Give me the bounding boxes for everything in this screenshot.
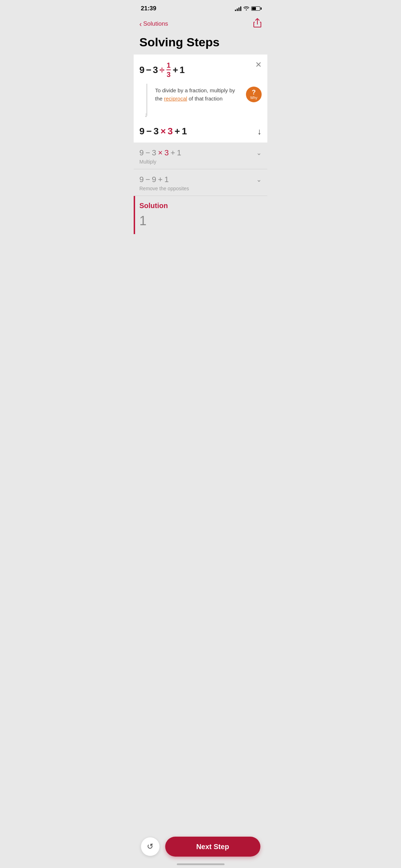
sm-9: 9 <box>139 148 144 157</box>
nav-bar: ‹ Solutions <box>134 15 267 34</box>
expr-plus: + <box>173 64 178 76</box>
share-button[interactable] <box>253 18 262 30</box>
sm-plus: + <box>170 148 175 157</box>
steps-list: 9 − 3 × 3 + 1 ⌄ Multiply 9 − 9 + 1 ⌄ Rem… <box>134 143 267 277</box>
back-chevron-icon: ‹ <box>139 20 142 28</box>
result-row: 9 − 3 × 3 + 1 ↓ <box>139 123 262 137</box>
step-chevron-opposites: ⌄ <box>256 176 262 184</box>
expr-9: 9 <box>139 64 144 76</box>
fraction-numerator: 1 <box>166 62 170 69</box>
sm-minus: − <box>145 148 150 157</box>
close-button[interactable]: ✕ <box>255 60 262 69</box>
why-question-icon: ? <box>252 89 256 95</box>
why-label: Why <box>250 96 257 100</box>
step-item-opposites[interactable]: 9 − 9 + 1 ⌄ Remove the opposites <box>134 169 267 196</box>
expand-result-button[interactable]: ↓ <box>257 126 262 136</box>
so-minus: − <box>145 175 150 184</box>
res-3: 3 <box>154 126 159 137</box>
sm-times: × <box>158 148 163 157</box>
step-header-opposites: 9 − 9 + 1 ⌄ <box>139 175 262 184</box>
res-3-red: 3 <box>168 126 173 137</box>
step-chevron-multiply: ⌄ <box>256 149 262 157</box>
so-plus: + <box>158 175 163 184</box>
arrow-down-icon: ↓ <box>144 111 148 119</box>
bottom-spacer <box>134 234 267 277</box>
step-explanation: ↓ To divide by a fraction, multiply by t… <box>139 84 262 116</box>
so-1: 1 <box>164 175 169 184</box>
sm-1: 1 <box>177 148 181 157</box>
res-9: 9 <box>139 126 144 137</box>
step-item-multiply[interactable]: 9 − 3 × 3 + 1 ⌄ Multiply <box>134 143 267 169</box>
sm-3: 3 <box>152 148 156 157</box>
active-step-card: ✕ 9 − 3 ÷ 1 3 + 1 ↓ To divide by a fract… <box>134 55 267 143</box>
res-1: 1 <box>182 126 187 137</box>
page-title: Solving Steps <box>139 36 262 49</box>
step-header-multiply: 9 − 3 × 3 + 1 ⌄ <box>139 148 262 157</box>
step-math-multiply: 9 − 3 × 3 + 1 <box>139 148 181 157</box>
expr-3: 3 <box>153 64 158 76</box>
why-button[interactable]: ? Why <box>246 87 262 102</box>
step-label-multiply: Multiply <box>139 159 262 165</box>
res-times: × <box>160 126 166 137</box>
expr-1-end: 1 <box>180 64 185 76</box>
status-bar: 21:39 <box>134 0 267 15</box>
page-title-section: Solving Steps <box>134 34 267 55</box>
fraction-line <box>166 69 170 70</box>
result-expression: 9 − 3 × 3 + 1 <box>139 126 187 137</box>
sm-3r: 3 <box>164 148 169 157</box>
main-expression: 9 − 3 ÷ 1 3 + 1 <box>139 62 262 78</box>
step-label-opposites: Remove the opposites <box>139 186 262 191</box>
step-math-opposites: 9 − 9 + 1 <box>139 175 169 184</box>
solution-accent-bar <box>134 196 135 234</box>
explanation-text2: of that fraction <box>187 95 222 102</box>
reciprocal-link[interactable]: reciprocal <box>164 95 187 102</box>
res-plus: + <box>175 126 180 137</box>
back-button[interactable]: ‹ Solutions <box>139 20 168 28</box>
explanation-text: To divide by a fraction, multiply by the… <box>154 87 243 103</box>
wifi-icon <box>243 6 249 11</box>
fraction-1-3: 1 3 <box>166 62 170 78</box>
back-label: Solutions <box>143 20 168 27</box>
so-9: 9 <box>139 175 144 184</box>
solution-value: 1 <box>139 213 262 228</box>
status-icons <box>235 6 260 11</box>
fraction-denominator: 3 <box>166 71 170 78</box>
signal-icon <box>235 6 241 11</box>
expr-div: ÷ <box>159 64 164 76</box>
solution-label: Solution <box>139 202 262 210</box>
res-minus: − <box>146 126 151 137</box>
solution-section: Solution 1 <box>134 196 267 234</box>
expr-minus: − <box>146 64 151 76</box>
battery-icon <box>251 6 260 11</box>
so-9-2: 9 <box>152 175 156 184</box>
status-time: 21:39 <box>141 5 156 12</box>
